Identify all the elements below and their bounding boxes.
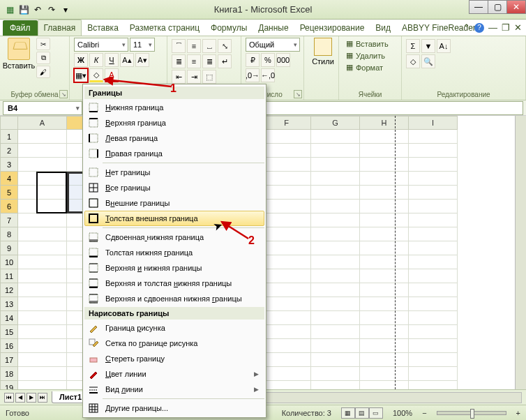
view-buttons[interactable]: ▦ ▤ ▭ (341, 407, 383, 419)
tab-home[interactable]: Главная (38, 20, 82, 36)
autosum-icon[interactable]: Σ (406, 39, 420, 53)
format-painter-icon[interactable]: 🖌 (36, 66, 50, 78)
cell[interactable] (360, 241, 409, 255)
minimize-ribbon-icon[interactable]: ⌃ (463, 22, 470, 33)
cell[interactable] (262, 269, 311, 283)
cell[interactable] (262, 213, 311, 227)
grow-font-icon[interactable]: A▴ (120, 53, 134, 67)
align-right-icon[interactable]: ≣ (202, 54, 216, 68)
cell[interactable] (262, 353, 311, 367)
undo-icon[interactable]: ↶ (32, 4, 43, 15)
cell[interactable] (311, 255, 360, 269)
increase-decimal-icon[interactable]: ,0→ (246, 68, 260, 82)
cell[interactable] (409, 227, 458, 241)
dropdown-item[interactable]: Верхняя и нижняя границы (84, 260, 264, 276)
cell[interactable] (18, 213, 67, 227)
styles-button[interactable]: Стили (308, 38, 338, 66)
row-header[interactable]: 1 (0, 130, 18, 144)
cell[interactable] (18, 311, 67, 325)
merge-icon[interactable]: ⬚ (202, 70, 216, 84)
cell[interactable] (360, 353, 409, 367)
cell[interactable] (360, 255, 409, 269)
cell[interactable] (262, 297, 311, 311)
row-header[interactable]: 7 (0, 213, 18, 227)
copy-icon[interactable]: ⧉ (36, 52, 50, 64)
cell[interactable] (311, 283, 360, 297)
cell[interactable] (18, 200, 67, 213)
row-header[interactable]: 4 (0, 172, 18, 186)
shrink-font-icon[interactable]: A▾ (135, 53, 149, 67)
cell[interactable] (18, 186, 67, 200)
cell[interactable] (360, 269, 409, 283)
row-header[interactable]: 17 (0, 353, 18, 367)
zoom-slider[interactable] (437, 411, 506, 415)
cell[interactable] (262, 200, 311, 213)
indent-decrease-icon[interactable]: ⇤ (172, 70, 186, 84)
cell[interactable] (409, 353, 458, 367)
sheet-nav[interactable]: ⏮ ◀ ▶ ⏭ (0, 393, 52, 403)
dropdown-item[interactable]: Верхняя граница (84, 115, 264, 130)
cell[interactable] (18, 283, 67, 297)
cell[interactable] (18, 227, 67, 241)
vertical-scrollbar[interactable] (515, 116, 526, 389)
workbook-minimize-icon[interactable]: — (488, 22, 497, 33)
font-size-combo[interactable]: 11 (130, 38, 155, 52)
cell[interactable] (409, 213, 458, 227)
cell[interactable] (18, 144, 67, 158)
cell[interactable] (311, 367, 360, 381)
column-header[interactable]: G (311, 116, 360, 130)
row-header[interactable]: 18 (0, 367, 18, 381)
cell[interactable] (360, 311, 409, 325)
cell[interactable] (311, 144, 360, 158)
cell[interactable] (409, 339, 458, 353)
cell[interactable] (18, 339, 67, 353)
cell[interactable] (18, 353, 67, 367)
nav-last-icon[interactable]: ⏭ (38, 393, 47, 403)
comma-icon[interactable]: 000 (276, 53, 290, 67)
dropdown-item[interactable]: Нижняя граница (84, 100, 264, 115)
dropdown-item[interactable]: Левая граница (84, 130, 264, 146)
qat-more-icon[interactable]: ▾ (60, 4, 71, 15)
cell[interactable] (311, 311, 360, 325)
row-header[interactable]: 15 (0, 325, 18, 339)
zoom-in-icon[interactable]: + (516, 409, 520, 417)
cell[interactable] (409, 297, 458, 311)
cell[interactable] (262, 311, 311, 325)
cell[interactable] (409, 158, 458, 172)
dropdown-item[interactable]: Вид линии▶ (84, 382, 264, 397)
dropdown-item[interactable]: Верхняя и сдвоенная нижняя границы (84, 291, 264, 306)
tab-formulas[interactable]: Формулы (205, 20, 253, 36)
row-header[interactable]: 5 (0, 186, 18, 200)
dropdown-item[interactable]: Толстая внешняя граница (84, 211, 264, 226)
cell[interactable] (311, 325, 360, 339)
row-header[interactable]: 3 (0, 158, 18, 172)
cell[interactable] (262, 339, 311, 353)
redo-icon[interactable]: ↷ (46, 4, 57, 15)
clear-icon[interactable]: ◇ (406, 54, 420, 68)
cell[interactable] (409, 381, 458, 389)
dropdown-item[interactable]: Сдвоенная нижняя граница (84, 230, 264, 245)
font-color-icon[interactable]: A (105, 68, 119, 82)
cell[interactable] (311, 381, 360, 389)
minimize-button[interactable]: — (469, 0, 488, 14)
dropdown-item[interactable]: Верхняя и толстая нижняя границы (84, 276, 264, 291)
cell[interactable] (262, 381, 311, 389)
number-format-combo[interactable]: Общий (246, 38, 300, 52)
font-name-combo[interactable]: Calibri (74, 38, 128, 52)
maximize-button[interactable]: ▢ (488, 0, 507, 14)
insert-cells-button[interactable]: ▦ Вставить (343, 38, 397, 50)
dropdown-item[interactable]: Правая граница (84, 146, 264, 161)
row-header[interactable]: 13 (0, 297, 18, 311)
workbook-restore-icon[interactable]: ❐ (502, 22, 510, 33)
cell[interactable] (409, 311, 458, 325)
row-header[interactable]: 9 (0, 241, 18, 255)
clipboard-launcher-icon[interactable]: ↘ (59, 90, 68, 98)
cell[interactable] (311, 241, 360, 255)
sort-icon[interactable]: A↓ (437, 39, 451, 53)
cell[interactable] (262, 255, 311, 269)
find-icon[interactable]: 🔍 (421, 54, 435, 68)
dropdown-item[interactable]: Все границы (84, 180, 264, 195)
cell[interactable] (262, 283, 311, 297)
row-header[interactable]: 16 (0, 339, 18, 353)
cell[interactable] (311, 269, 360, 283)
